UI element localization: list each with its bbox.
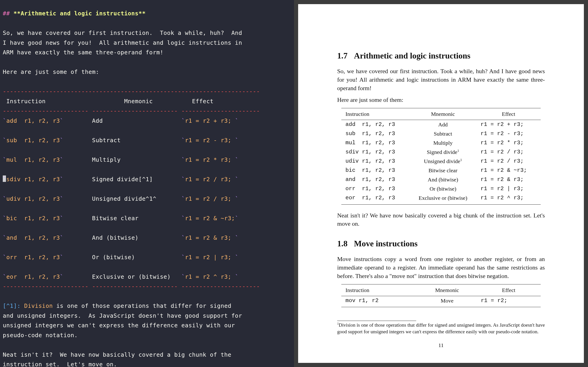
editor-table-row: `and r1, r2, r3` And (bitwise) `r1 = r2 … [3, 234, 238, 241]
table-row: orr r1, r2, r3Or (bitwise)r1 = r2 | r3; [341, 184, 541, 193]
instruction-table-move: InstructionMnemonicEffectmov r1, r2Mover… [341, 284, 541, 307]
table-header: Instruction [341, 108, 409, 120]
markdown-editor[interactable]: ## **Arithmetic and logic instructions**… [0, 0, 294, 367]
table-row: mul r1, r2, r3Multiplyr1 = r2 * r3; [341, 138, 541, 148]
editor-table-row: `eor r1, r2, r3` Exclusive or (bitwise) … [3, 273, 238, 280]
table-header: Instruction [341, 284, 418, 296]
table-row: sub r1, r2, r3Subtractr1 = r2 - r3; [341, 129, 541, 138]
instruction-table-arithmetic: InstructionMnemonicEffectadd r1, r2, r3A… [341, 108, 541, 205]
table-row: add r1, r2, r3Addr1 = r2 + r3; [341, 120, 541, 129]
paragraph: Move instructions copy a word from one r… [337, 255, 545, 281]
pdf-preview-pane[interactable]: 1.7 Arithmetic and logic instructions So… [294, 0, 588, 367]
table-header: Effect [477, 284, 541, 296]
section-heading-2: 1.8 Move instructions [337, 238, 545, 250]
table-row: mov r1, r2Mover1 = r2; [341, 296, 541, 307]
table-row: bic r1, r2, r3Bitwise clearr1 = r2 & ~r3… [341, 166, 541, 175]
editor-table-row: `mul r1, r2, r3` Multiply `r1 = r2 * r3;… [3, 156, 238, 163]
section-number: 1.8 [337, 238, 347, 250]
paragraph: Neat isn't it? We have now basically cov… [337, 211, 545, 228]
section-heading-1: 1.7 Arithmetic and logic instructions [337, 50, 545, 62]
paragraph: So, we have covered our first instructio… [337, 67, 545, 93]
footnote-marker: 1 [337, 322, 339, 325]
table-header: Effect [476, 108, 541, 120]
editor-table-row: `udiv r1, r2, r3` Unsigned divide^1^ `r1… [3, 195, 238, 202]
section-title: Move instructions [354, 238, 418, 250]
editor-table-row: `bic r1, r2, r3` Bitwise clear `r1 = r2 … [3, 215, 238, 222]
paragraph: Here are just some of them: [337, 96, 545, 104]
section-number: 1.7 [337, 50, 347, 62]
footnote-text: Division is one of those operations that… [337, 322, 545, 334]
footnote: 1Division is one of those operations tha… [337, 319, 545, 335]
table-row: udiv r1, r2, r3Unsigned divide1r1 = r2 /… [341, 157, 541, 166]
editor-table-row: `sdiv r1, r2, r3` Signed divide[^1] `r1 … [3, 176, 238, 183]
table-row: and r1, r2, r3And (bitwise)r1 = r2 & r3; [341, 175, 541, 184]
table-header: Mnemonic [418, 284, 477, 296]
section-title: Arithmetic and logic instructions [354, 50, 470, 62]
editor-table-row: `orr r1, r2, r3` Or (bitwise) `r1 = r2 |… [3, 254, 238, 261]
pdf-page: 1.7 Arithmetic and logic instructions So… [298, 4, 584, 363]
table-row: eor r1, r2, r3Exclusive or (bitwise)r1 =… [341, 193, 541, 204]
editor-table-row: `sub r1, r2, r3` Subtract `r1 = r2 - r3;… [3, 137, 238, 144]
editor-table-row: `add r1, r2, r3` Add `r1 = r2 + r3; ` [3, 117, 238, 124]
page-number: 11 [337, 341, 545, 349]
table-header: Mnemonic [409, 108, 477, 120]
table-row: sdiv r1, r2, r3Signed divide1r1 = r2 / r… [341, 148, 541, 157]
